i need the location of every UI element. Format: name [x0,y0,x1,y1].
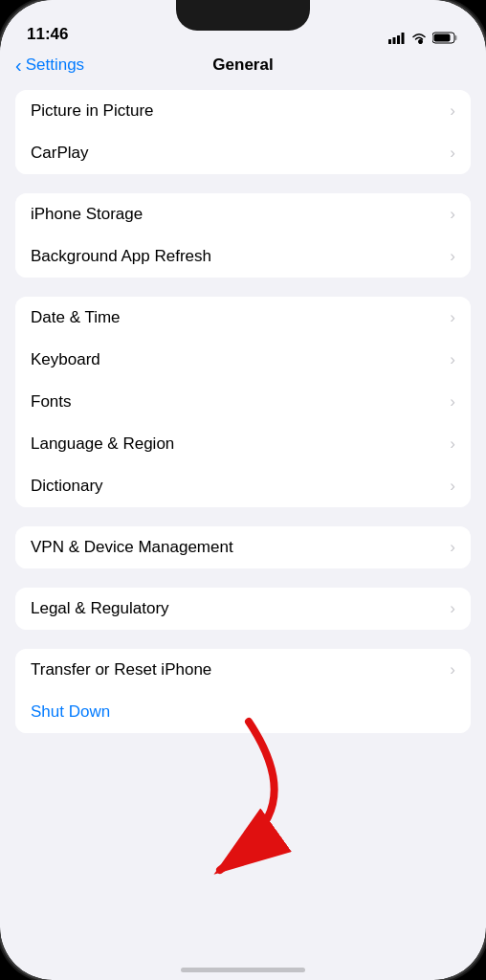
section-group-4: VPN & Device Management › [15,526,471,568]
notch [176,0,310,31]
back-label: Settings [26,56,84,75]
section-4: VPN & Device Management › [0,526,486,568]
transfer-reset-label: Transfer or Reset iPhone [31,660,211,679]
svg-rect-6 [434,34,451,42]
chevron-icon: › [450,205,455,224]
list-item-transfer-reset[interactable]: Transfer or Reset iPhone › [15,649,471,691]
list-item-date-time[interactable]: Date & Time › [15,297,471,339]
background-app-refresh-label: Background App Refresh [31,247,211,266]
language-region-label: Language & Region [31,434,174,454]
svg-rect-2 [397,35,400,44]
list-item-picture-in-picture[interactable]: Picture in Picture › [15,90,471,132]
svg-rect-5 [455,35,457,40]
list-item-vpn-device-management[interactable]: VPN & Device Management › [15,526,471,568]
svg-rect-0 [388,39,391,44]
list-item-language-region[interactable]: Language & Region › [15,423,471,465]
section-1: Picture in Picture › CarPlay › [0,90,486,174]
fonts-label: Fonts [31,392,72,412]
shut-down-label: Shut Down [31,702,110,722]
chevron-icon: › [450,247,455,266]
list-item-keyboard[interactable]: Keyboard › [15,339,471,381]
chevron-icon: › [450,392,455,412]
svg-rect-3 [402,33,405,44]
chevron-icon: › [450,350,455,369]
list-item-background-app-refresh[interactable]: Background App Refresh › [15,235,471,278]
section-group-3: Date & Time › Keyboard › Fonts › Languag… [15,297,471,507]
nav-title: General [212,56,273,75]
list-item-dictionary[interactable]: Dictionary › [15,465,471,507]
back-chevron-icon: ‹ [15,55,22,77]
chevron-icon: › [450,434,455,454]
list-item-legal-regulatory[interactable]: Legal & Regulatory › [15,588,471,630]
main-content: Picture in Picture › CarPlay › iPhone St… [0,82,486,957]
phone-frame: 11:46 [0,0,486,980]
section-group-5: Legal & Regulatory › [15,588,471,630]
list-item-fonts[interactable]: Fonts › [15,381,471,423]
section-group-2: iPhone Storage › Background App Refresh … [15,193,471,278]
chevron-icon: › [450,538,455,557]
picture-in-picture-label: Picture in Picture [31,101,154,121]
section-group-1: Picture in Picture › CarPlay › [15,90,471,174]
section-5: Legal & Regulatory › [0,588,486,630]
screen: 11:46 [0,0,486,980]
chevron-icon: › [450,144,455,163]
keyboard-label: Keyboard [31,350,100,369]
list-item-iphone-storage[interactable]: iPhone Storage › [15,193,471,235]
chevron-icon: › [450,308,455,327]
home-indicator [181,968,305,972]
battery-icon [432,32,459,44]
chevron-icon: › [450,477,455,496]
list-item-shut-down[interactable]: Shut Down [15,691,471,733]
list-item-carplay[interactable]: CarPlay › [15,132,471,174]
vpn-device-management-label: VPN & Device Management [31,538,233,557]
date-time-label: Date & Time [31,308,121,327]
svg-rect-1 [393,37,396,44]
section-2: iPhone Storage › Background App Refresh … [0,193,486,278]
back-button[interactable]: ‹ Settings [15,55,84,77]
status-time: 11:46 [27,25,68,44]
carplay-label: CarPlay [31,144,88,163]
chevron-icon: › [450,101,455,121]
legal-regulatory-label: Legal & Regulatory [31,599,169,618]
dictionary-label: Dictionary [31,477,103,496]
section-6: Transfer or Reset iPhone › Shut Down [0,649,486,733]
iphone-storage-label: iPhone Storage [31,205,143,224]
wifi-icon [411,33,427,44]
nav-bar: ‹ Settings General [0,52,486,82]
status-bar: 11:46 [0,0,486,52]
status-icons [388,32,459,44]
signal-icon [388,33,406,44]
chevron-icon: › [450,599,455,618]
section-3: Date & Time › Keyboard › Fonts › Languag… [0,297,486,507]
section-group-6: Transfer or Reset iPhone › Shut Down [15,649,471,733]
chevron-icon: › [450,660,455,679]
